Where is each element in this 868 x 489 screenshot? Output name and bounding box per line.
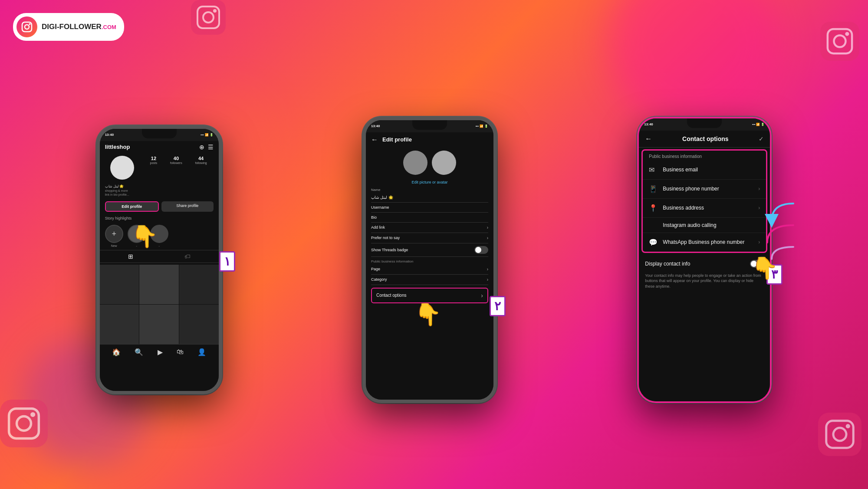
- brand-logo: DIGI-FOLLOWER.COM: [13, 13, 124, 41]
- phone-3-title: Contact options: [656, 135, 754, 142]
- field-threads[interactable]: Show Threads badge: [371, 243, 488, 257]
- svg-point-18: [29, 23, 31, 25]
- step-1-badge: ۱: [219, 251, 235, 272]
- phone-1-wrapper: 13:40 ▪▪▪ 📶 🔋 littleshop ⊕ ☰: [96, 125, 222, 394]
- phone-1-stats: 12 posts 40 followers 44 following: [144, 153, 214, 167]
- tab-home[interactable]: 🏠: [112, 348, 121, 356]
- post-5: [139, 305, 179, 344]
- email-icon: ✉: [649, 166, 658, 174]
- phone-1-avatar: [110, 156, 134, 180]
- tab-search[interactable]: 🔍: [135, 348, 143, 356]
- tag-icon[interactable]: 🏷: [184, 253, 191, 260]
- brand-icon: [16, 16, 37, 37]
- contact-item-address[interactable]: 📍 Business address ›: [643, 199, 766, 218]
- contact-check-icon[interactable]: ✓: [759, 135, 764, 142]
- phone-1-header-icons: ⊕ ☰: [199, 144, 214, 151]
- phone-1-add-icon[interactable]: ⊕: [199, 144, 204, 151]
- field-category[interactable]: Category ›: [371, 275, 488, 285]
- phone-1-username: littleshop: [105, 144, 130, 150]
- field-bio[interactable]: Bio: [371, 213, 488, 223]
- phone-2-title: Edit profile: [382, 136, 412, 143]
- phone-2-time: 13:40: [371, 124, 380, 128]
- phone-3-content: 13:40 ▪▪▪ 📶 🔋 ← Contact options ✓ Public…: [639, 118, 770, 401]
- phone-3-wrapper: 13:40 ▪▪▪ 📶 🔋 ← Contact options ✓ Public…: [637, 117, 772, 403]
- contact-options-chevron: ›: [481, 292, 483, 299]
- contact-options-label: Contact options: [376, 293, 407, 298]
- grid-icon[interactable]: ⊞: [128, 253, 133, 260]
- phone-2-notch: [412, 120, 447, 130]
- tab-profile[interactable]: 👤: [197, 348, 206, 356]
- display-contact-info-row: Display contact info: [639, 255, 770, 273]
- phone-2-second-avatar: [432, 151, 456, 175]
- svg-point-7: [845, 32, 849, 36]
- field-pronoun[interactable]: Prefer not to say ›: [371, 233, 488, 243]
- whatsapp-chevron: ›: [758, 239, 760, 245]
- field-username[interactable]: Username: [371, 203, 488, 213]
- phone-1-stat-followers: 40 followers: [170, 156, 182, 165]
- contact-whatsapp-label: WhatsApp Business phone number: [663, 239, 753, 245]
- svg-point-15: [846, 424, 850, 428]
- display-contact-desc: Your contact info may help people to eng…: [639, 273, 770, 294]
- contact-whatsapp-row[interactable]: 💬 WhatsApp Business phone number ›: [643, 233, 766, 252]
- phone-2-content: 13:40 ▪▪▪ 📶 🔋 ← Edit profile Edit pictur…: [366, 120, 493, 400]
- phone-1-highlights-title: Story highlights: [100, 214, 219, 222]
- edit-profile-button[interactable]: Edit profile: [105, 201, 159, 212]
- phones-container: 13:40 ▪▪▪ 📶 🔋 littleshop ⊕ ☰: [35, 39, 833, 480]
- field-link[interactable]: Add link ›: [371, 223, 488, 233]
- phone-2-avatars: [366, 147, 493, 178]
- contact-item-address-label: Business address: [663, 205, 753, 211]
- svg-point-3: [213, 9, 217, 13]
- field-page[interactable]: Page ›: [371, 264, 488, 275]
- phone-1-tab-bar: 🏠 🔍 ▶ 🛍 👤: [100, 344, 219, 360]
- phone-1-content: 13:40 ▪▪▪ 📶 🔋 littleshop ⊕ ☰: [100, 129, 219, 391]
- contact-item-email[interactable]: ✉ Business email: [643, 161, 766, 180]
- phone-1-frame: 13:40 ▪▪▪ 📶 🔋 littleshop ⊕ ☰: [96, 125, 222, 394]
- address-chevron: ›: [758, 205, 760, 211]
- post-1: [100, 265, 139, 304]
- contact-item-phone[interactable]: 📱 Business phone number ›: [643, 180, 766, 199]
- tab-shop[interactable]: 🛍: [177, 348, 184, 356]
- back-arrow-icon[interactable]: ←: [371, 136, 378, 144]
- phone-3-notch: [687, 118, 722, 128]
- post-2: [139, 265, 179, 304]
- phone-1-profile-buttons: Edit profile Share profile: [100, 199, 219, 214]
- phone-icon: 📱: [649, 185, 658, 193]
- contact-options-row[interactable]: Contact options ›: [371, 288, 488, 303]
- tab-reel[interactable]: ▶: [158, 348, 163, 356]
- phone-1-posts-grid: [100, 265, 219, 344]
- contact-options-highlighted-box: Public business information ✉ Business e…: [641, 149, 767, 253]
- contact-section-title: Public business information: [643, 151, 766, 161]
- brand-name-text: DIGI-FOLLOWER: [42, 23, 102, 31]
- deco-ig-top-center: [191, 0, 226, 43]
- cursor-2: 👇: [414, 302, 441, 327]
- phone-1-menu-icon[interactable]: ☰: [208, 144, 214, 151]
- phone-1-stat-posts: 12 posts: [150, 156, 158, 165]
- phone-1-time: 13:40: [105, 133, 114, 137]
- post-6: [179, 305, 219, 344]
- phone-3-time: 13:40: [644, 122, 653, 126]
- field-name[interactable]: لیتل شاپ 🌟: [371, 193, 488, 203]
- threads-toggle[interactable]: [474, 246, 488, 254]
- phone-2-edit-header: ← Edit profile: [366, 132, 493, 147]
- share-profile-button[interactable]: Share profile: [161, 201, 214, 212]
- phone-1-highlight-add[interactable]: + New: [105, 225, 123, 247]
- phone-2-edit-link[interactable]: Edit picture or avatar: [366, 178, 493, 186]
- phone-1-grid-tabs: ⊞ 🏷: [100, 250, 219, 263]
- contact-audio-label: Instagram audio calling: [649, 222, 760, 228]
- contact-back-icon[interactable]: ←: [645, 135, 652, 143]
- brand-text: DIGI-FOLLOWER.COM: [42, 23, 116, 31]
- phone-1-stat-following: 44 following: [195, 156, 207, 165]
- public-section-label: Public business information: [371, 257, 488, 264]
- phone-chevron: ›: [758, 186, 760, 192]
- phone-3-status-icons: ▪▪▪ 📶 🔋: [752, 123, 765, 126]
- phone-1-profile-row: 12 posts 40 followers 44 following: [100, 153, 219, 182]
- cursor-1: 👇: [131, 224, 158, 249]
- contact-item-email-label: Business email: [663, 167, 760, 173]
- phone-2-wrapper: 13:40 ▪▪▪ 📶 🔋 ← Edit profile Edit pictur…: [362, 117, 497, 403]
- phone-1-status-icons: ▪▪▪ 📶 🔋: [201, 133, 213, 137]
- cursor-3: 👇: [751, 256, 778, 281]
- phone-2-status-icons: ▪▪▪ 📶 🔋: [476, 125, 488, 128]
- phone-1-notch: [142, 129, 177, 138]
- brand-domain-text: .COM: [102, 24, 116, 30]
- whatsapp-icon: 💬: [649, 238, 658, 246]
